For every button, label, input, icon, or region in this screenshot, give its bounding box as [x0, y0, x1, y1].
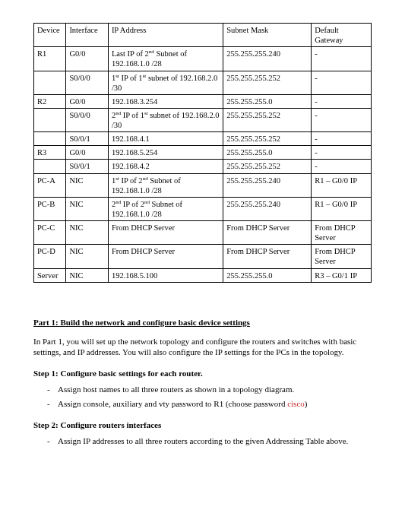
cell-device	[34, 132, 66, 146]
table-header-row: Device Interface IP Address Subnet Mask …	[34, 24, 372, 47]
table-row: PC-DNICFrom DHCP ServerFrom DHCP ServerF…	[34, 245, 372, 268]
table-row: S0/0/02nd IP of 1st subnet of 192.168.2.…	[34, 108, 372, 131]
cell-ip: 192.168.3.254	[108, 94, 223, 108]
cell-mask: 255.255.255.240	[223, 173, 312, 197]
cell-mask: From DHCP Server	[223, 245, 312, 268]
cell-gateway: From DHCP Server	[312, 245, 372, 268]
cell-ip: 2nd IP of 1st subnet of 192.168.2.0 /30	[108, 108, 223, 131]
list-item: Assign host names to all three routers a…	[47, 384, 372, 395]
step1-heading: Step 1: Configure basic settings for eac…	[33, 369, 372, 378]
cell-ip: 192.168.4.1	[108, 132, 223, 146]
cell-device	[34, 71, 66, 94]
table-row: R2G0/0192.168.3.254255.255.255.0-	[34, 94, 372, 108]
cell-gateway: -	[312, 94, 372, 108]
cell-interface: S0/0/0	[66, 71, 109, 94]
cell-ip: 192.168.4.2	[108, 160, 223, 173]
cell-device: PC-A	[34, 173, 66, 197]
cell-ip: From DHCP Server	[108, 245, 223, 268]
table-row: PC-CNICFrom DHCP ServerFrom DHCP ServerF…	[34, 221, 372, 245]
part1-intro: In Part 1, you will set up the network t…	[33, 336, 372, 359]
cell-gateway: -	[312, 71, 372, 94]
table-row: R1G0/0Last IP of 2nd Subnet of 192.168.1…	[34, 47, 372, 71]
list-item: Assign IP addresses to all three routers…	[47, 435, 372, 447]
table-row: PC-BNIC2nd IP of 2nd Subnet of 192.168.1…	[34, 197, 372, 220]
table-row: R3G0/0192.168.5.254255.255.255.0-	[34, 146, 372, 160]
cell-gateway: R1 – G0/0 IP	[312, 197, 372, 220]
cell-gateway: R1 – G0/0 IP	[312, 173, 372, 197]
cell-ip: 1st IP of 1st subnet of 192.168.2.0 /30	[108, 71, 223, 94]
password-word: cisco	[287, 399, 305, 408]
step1-list: Assign host names to all three routers a…	[47, 384, 372, 410]
cell-interface: NIC	[66, 245, 109, 268]
cell-device	[34, 160, 66, 173]
cell-device: R1	[34, 47, 66, 71]
list-item: Assign console, auxiliary and vty passwo…	[47, 398, 372, 410]
cell-gateway: -	[312, 108, 372, 131]
table-row: ServerNIC192.168.5.100255.255.255.0R3 – …	[34, 268, 372, 282]
cell-interface: NIC	[66, 268, 109, 282]
cell-mask: 255.255.255.0	[223, 146, 312, 160]
cell-mask: 255.255.255.240	[223, 47, 312, 71]
cell-interface: NIC	[66, 221, 109, 245]
col-device: Device	[34, 24, 66, 47]
cell-interface: NIC	[66, 197, 109, 220]
step2-heading: Step 2: Configure routers interfaces	[33, 420, 372, 429]
cell-interface: NIC	[66, 173, 109, 197]
cell-mask: 255.255.255.252	[223, 160, 312, 173]
cell-device: PC-B	[34, 197, 66, 220]
cell-mask: 255.255.255.240	[223, 197, 312, 220]
cell-mask: 255.255.255.252	[223, 71, 312, 94]
cell-ip: Last IP of 2nd Subnet of 192.168.1.0 /28	[108, 47, 223, 71]
cell-device: PC-D	[34, 245, 66, 268]
cell-mask: From DHCP Server	[223, 221, 312, 245]
cell-gateway: -	[312, 160, 372, 173]
table-row: PC-ANIC1st IP of 2nd Subnet of 192.168.1…	[34, 173, 372, 197]
cell-gateway: -	[312, 47, 372, 71]
table-row: S0/0/1192.168.4.2255.255.255.252-	[34, 160, 372, 173]
part1-heading: Part 1: Build the network and configure …	[33, 318, 372, 327]
cell-ip: 192.168.5.254	[108, 146, 223, 160]
cell-device: Server	[34, 268, 66, 282]
col-gateway: Default Gateway	[312, 24, 372, 47]
cell-gateway: From DHCP Server	[312, 221, 372, 245]
cell-mask: 255.255.255.0	[223, 268, 312, 282]
cell-mask: 255.255.255.252	[223, 132, 312, 146]
cell-interface: S0/0/1	[66, 160, 109, 173]
cell-gateway: R3 – G0/1 IP	[312, 268, 372, 282]
col-ip: IP Address	[108, 24, 223, 47]
table-row: S0/0/1192.168.4.1255.255.255.252-	[34, 132, 372, 146]
addressing-table: Device Interface IP Address Subnet Mask …	[33, 23, 372, 283]
table-row: S0/0/01st IP of 1st subnet of 192.168.2.…	[34, 71, 372, 94]
cell-ip: From DHCP Server	[108, 221, 223, 245]
cell-mask: 255.255.255.252	[223, 108, 312, 131]
cell-gateway: -	[312, 132, 372, 146]
step1-item2-tail: )	[305, 399, 308, 408]
cell-ip: 2nd IP of 2nd Subnet of 192.168.1.0 /28	[108, 197, 223, 220]
col-mask: Subnet Mask	[223, 24, 312, 47]
cell-device: R3	[34, 146, 66, 160]
cell-mask: 255.255.255.0	[223, 94, 312, 108]
cell-interface: G0/0	[66, 47, 109, 71]
cell-device	[34, 108, 66, 131]
cell-ip: 1st IP of 2nd Subnet of 192.168.1.0 /28	[108, 173, 223, 197]
cell-device: PC-C	[34, 221, 66, 245]
cell-ip: 192.168.5.100	[108, 268, 223, 282]
step2-list: Assign IP addresses to all three routers…	[47, 435, 372, 447]
cell-interface: S0/0/1	[66, 132, 109, 146]
cell-interface: S0/0/0	[66, 108, 109, 131]
cell-interface: G0/0	[66, 94, 109, 108]
cell-interface: G0/0	[66, 146, 109, 160]
cell-device: R2	[34, 94, 66, 108]
col-interface: Interface	[66, 24, 109, 47]
cell-gateway: -	[312, 146, 372, 160]
step1-item2-text: Assign console, auxiliary and vty passwo…	[58, 399, 287, 408]
